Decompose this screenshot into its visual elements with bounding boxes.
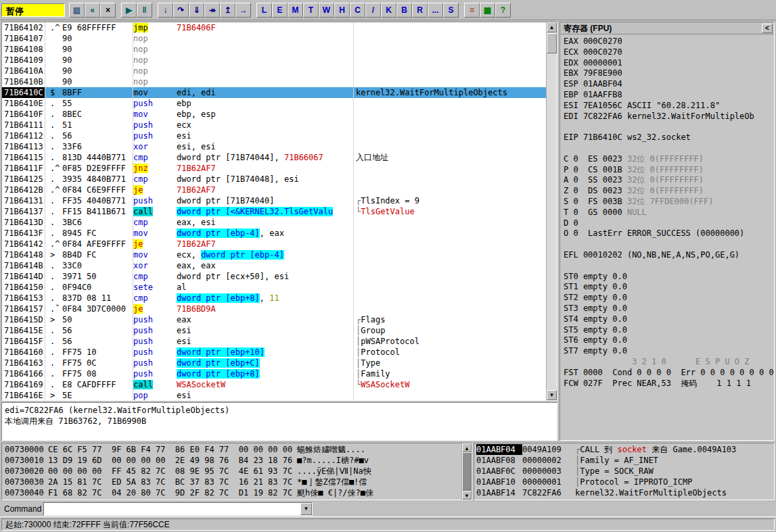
patches-window-button[interactable]: / xyxy=(365,3,381,18)
animate-into-button[interactable]: ⇓ xyxy=(189,3,204,18)
execute-till-return-button[interactable]: ↥ xyxy=(220,3,235,18)
handles-window-button[interactable]: H xyxy=(334,3,350,18)
disasm-row[interactable]: 71B6410990nop xyxy=(2,55,546,66)
options-button[interactable]: ≡ xyxy=(464,3,480,18)
register-line[interactable]: T 0 GS 0000 NULL xyxy=(564,207,774,218)
disasm-row[interactable]: 71B6410B90nop xyxy=(2,76,546,87)
disasm-row[interactable]: 71B6410A90nop xyxy=(2,66,546,76)
help-button[interactable]: ? xyxy=(495,3,511,18)
open-file-button[interactable]: ▨ xyxy=(69,3,85,18)
register-line[interactable]: A 0 SS 0023 32位 0(FFFFFFFF) xyxy=(564,174,774,185)
register-line[interactable]: EDI 7C822FA6 kernel32.WaitForMultipleOb xyxy=(564,111,774,122)
chevron-down-icon[interactable]: ▼ xyxy=(300,503,312,515)
disasm-row[interactable]: 71B6413F.8945 FCmovdword ptr [ebp-4], ea… xyxy=(2,228,546,239)
register-line[interactable]: FST 0000 Cond 0 0 0 0 Err 0 0 0 0 0 0 0 … xyxy=(564,367,774,378)
scroll-thumb[interactable] xyxy=(547,33,557,53)
register-line[interactable]: ST3 empty 0.0 xyxy=(564,303,774,314)
disasm-row[interactable]: 71B64142.^0F84 AFE9FFFFje71B62AF7 xyxy=(2,239,546,249)
disasm-row[interactable]: 71B64125.3935 4840B771cmpdword ptr [71B7… xyxy=(2,174,546,185)
scroll-down-icon[interactable]: ▼ xyxy=(462,491,472,500)
disasm-row[interactable]: 71B6410890nop xyxy=(2,44,546,55)
source-window-button[interactable]: S xyxy=(443,3,459,18)
register-line[interactable]: EBX 79F8E900 xyxy=(564,68,774,78)
register-line[interactable] xyxy=(564,239,774,249)
disasm-row[interactable]: 71B64153.837D 08 11cmpdword ptr [ebp+8],… xyxy=(2,293,546,304)
appearance-button[interactable]: ▦ xyxy=(480,3,495,18)
restart-button[interactable]: « xyxy=(85,3,100,18)
disasm-row[interactable]: 71B64160.FF75 10pushdword ptr [ebp+10]│P… xyxy=(2,347,546,358)
register-line[interactable]: ST4 empty 0.0 xyxy=(564,314,774,324)
stack-row[interactable]: 01AABF1000000001│Protocol = IPPROTO_ICMP xyxy=(476,477,774,487)
disasm-row[interactable]: 71B64169.E8 CAFDFFFFcallWSASocketW└WSASo… xyxy=(2,379,546,390)
register-line[interactable]: ESP 01AABF04 xyxy=(564,78,774,89)
run-button[interactable]: ▶ xyxy=(121,3,137,18)
cpu-window-button[interactable]: C xyxy=(350,3,365,18)
dump-row[interactable]: 0073002000 00 00 00 FF 45 82 7C 08 9E 95… xyxy=(5,466,461,477)
register-line[interactable] xyxy=(564,260,774,271)
disasm-row[interactable]: 71B6410790nop xyxy=(2,33,546,44)
registers-collapse-button[interactable]: < xyxy=(762,24,773,33)
disasm-row[interactable]: 71B64166.FF75 08pushdword ptr [ebp+8]│Fa… xyxy=(2,368,546,379)
register-line[interactable] xyxy=(564,143,774,153)
windows-window-button[interactable]: W xyxy=(319,3,334,18)
scroll-down-icon[interactable]: ▼ xyxy=(547,390,557,400)
register-line[interactable]: EAX 000C0270 xyxy=(564,36,774,47)
disasm-row[interactable]: 71B64148>8B4D FCmovecx, dword ptr [ebp-4… xyxy=(2,249,546,260)
register-line[interactable]: O 0 LastErr ERROR_SUCCESS (00000000) xyxy=(564,228,774,239)
register-line[interactable]: EBP 01AAFFB8 xyxy=(564,89,774,100)
dump-row[interactable]: 00730040F1 68 82 7C 04 20 80 7C 9D 2F 82… xyxy=(5,487,461,498)
call-stack-window-button[interactable]: K xyxy=(381,3,396,18)
stack-row[interactable]: 01AABF040049A109┌CALL 到 socket 来自 Game.0… xyxy=(476,444,774,455)
register-line[interactable]: EIP 71B6410C ws2_32.socket xyxy=(564,132,774,143)
register-line[interactable] xyxy=(564,121,774,132)
command-combobox[interactable]: ▼ xyxy=(43,502,313,516)
disasm-row[interactable]: 71B64150.0F94C0seteal xyxy=(2,282,546,293)
register-line[interactable]: ST7 empty 0.0 xyxy=(564,345,774,356)
scroll-thumb[interactable] xyxy=(462,452,472,491)
disasm-scrollbar[interactable]: ▲ ▼ xyxy=(546,22,557,400)
register-line[interactable]: C 0 ES 0023 32位 0(FFFFFFFF) xyxy=(564,153,774,164)
register-line[interactable]: EDX 00000001 xyxy=(564,57,774,68)
disasm-row[interactable]: 71B64102.^E9 68FFFFFFjmp71B6406F xyxy=(2,22,546,33)
scroll-up-icon[interactable]: ▲ xyxy=(547,22,557,32)
disasm-row[interactable]: 71B6415D>50pusheax┌Flags xyxy=(2,314,546,325)
disasm-row[interactable]: 71B6410F.8BECmovebp, esp xyxy=(2,109,546,120)
register-line[interactable]: S 0 FS 003B 32位 7FFDE000(FFF) xyxy=(564,196,774,207)
step-over-button[interactable]: ↷ xyxy=(173,3,189,18)
goto-address-button[interactable]: → xyxy=(235,3,251,18)
stack-row[interactable]: 01AABF147C822FA6kernel32.WaitForMultiple… xyxy=(476,487,774,498)
register-line[interactable]: 3 2 1 0 E S P U O Z xyxy=(564,356,774,367)
register-line[interactable]: ST1 empty 0.0 xyxy=(564,281,774,292)
register-line[interactable]: P 0 CS 001B 32位 0(FFFFFFFF) xyxy=(564,164,774,175)
dump-scrollbar[interactable]: ▲ ▼ xyxy=(461,443,472,500)
step-into-button[interactable]: ↓ xyxy=(158,3,173,18)
threads-window-button[interactable]: T xyxy=(303,3,319,18)
stack-row[interactable]: 01AABF0800000002│Family = AF_INET xyxy=(476,455,774,466)
register-line[interactable]: EFL 00010202 (NO,NB,NE,A,NS,PO,GE,G) xyxy=(564,249,774,260)
scroll-up-icon[interactable]: ▲ xyxy=(462,443,472,452)
command-input[interactable] xyxy=(45,504,299,514)
memory-window-button[interactable]: M xyxy=(288,3,303,18)
references-window-button[interactable]: R xyxy=(412,3,428,18)
executables-window-button[interactable]: E xyxy=(272,3,288,18)
register-line[interactable]: D 0 xyxy=(564,218,774,228)
register-line[interactable]: ECX 000C0270 xyxy=(564,47,774,57)
disasm-row[interactable]: 71B64131.FF35 4040B771pushdword ptr [71B… xyxy=(2,195,546,206)
disasm-row[interactable]: 71B64163.FF75 0Cpushdword ptr [ebp+C]│Ty… xyxy=(2,358,546,368)
disasm-row[interactable]: 71B6410E.55pushebp xyxy=(2,98,546,109)
disasm-row[interactable]: 71B64113.33F6xoresi, esi xyxy=(2,141,546,152)
register-line[interactable]: ST2 empty 0.0 xyxy=(564,292,774,303)
disasm-row[interactable]: 71B6414B.33C0xoreax, eax xyxy=(2,260,546,271)
dump-row[interactable]: 00730000CE 6C F5 77 9F 6B F4 77 86 E0 F4… xyxy=(5,444,461,455)
disasm-row[interactable]: 71B6412B.^0F84 C6E9FFFFje71B62AF7 xyxy=(2,185,546,195)
register-line[interactable]: FCW 027F Prec NEAR,53 掩码 1 1 1 1 xyxy=(564,378,774,389)
log-window-button[interactable]: L xyxy=(256,3,272,18)
register-line[interactable]: ST5 empty 0.0 xyxy=(564,324,774,335)
register-line[interactable]: ST6 empty 0.0 xyxy=(564,335,774,345)
disasm-row[interactable]: 71B6414D.3971 50cmpdword ptr [ecx+50], e… xyxy=(2,271,546,282)
disasm-row[interactable]: 71B6410C$8BFFmovedi, edikernel32.WaitFor… xyxy=(2,87,546,98)
dump-row[interactable]: 007300302A 15 81 7C ED 5A 83 7C BC 37 83… xyxy=(5,477,461,487)
dump-row[interactable]: 0073001013 D9 19 6D 00 00 00 00 2E 49 98… xyxy=(5,455,461,466)
disasm-row[interactable]: 71B6413D.3BC6cmpeax, esi xyxy=(2,217,546,228)
stack-row[interactable]: 01AABF0C00000003│Type = SOCK_RAW xyxy=(476,466,774,477)
